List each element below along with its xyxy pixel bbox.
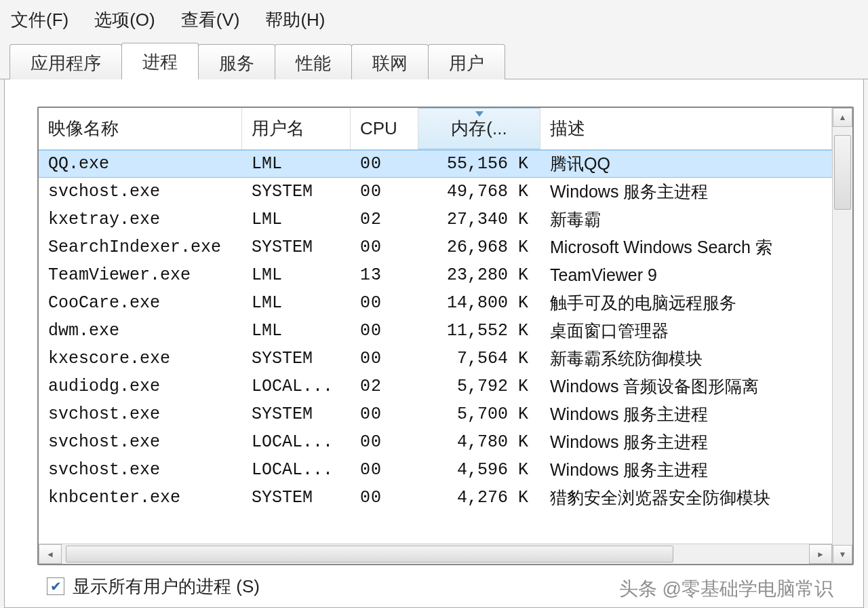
- task-manager-window: 文件(F) 选项(O) 查看(V) 帮助(H) 应用程序 进程 服务 性能 联网…: [0, 0, 868, 608]
- menu-file[interactable]: 文件(F): [1, 5, 78, 35]
- process-cpu: 00: [351, 182, 418, 202]
- process-memory: 55,156 K: [418, 154, 540, 174]
- process-cpu: 00: [351, 238, 418, 257]
- hscroll-thumb[interactable]: [66, 546, 673, 563]
- process-user: SYSTEM: [242, 404, 351, 424]
- tab-applications[interactable]: 应用程序: [9, 44, 122, 79]
- process-memory: 4,276 K: [418, 488, 540, 508]
- process-description: 猎豹安全浏览器安全防御模块: [540, 487, 832, 509]
- hscroll-track[interactable]: [62, 544, 809, 564]
- process-cpu: 00: [351, 321, 418, 341]
- process-name: svchost.exe: [39, 432, 242, 452]
- menu-options[interactable]: 选项(O): [85, 5, 165, 35]
- scroll-up-arrow-icon[interactable]: ▲: [833, 108, 852, 127]
- col-header-user-name[interactable]: 用户名: [242, 108, 351, 149]
- menu-view[interactable]: 查看(V): [172, 5, 250, 35]
- col-header-memory[interactable]: 内存(...: [418, 108, 540, 149]
- process-cpu: 02: [351, 210, 418, 229]
- process-memory: 11,552 K: [418, 321, 540, 341]
- col-header-description[interactable]: 描述: [540, 108, 832, 149]
- process-user: SYSTEM: [242, 182, 351, 202]
- show-all-users-label: 显示所有用户的进程 (S): [73, 575, 260, 598]
- process-cpu: 00: [351, 293, 418, 313]
- table-row[interactable]: knbcenter.exeSYSTEM004,276 K猎豹安全浏览器安全防御模…: [39, 484, 832, 512]
- process-cpu: 02: [351, 377, 418, 396]
- table-row[interactable]: svchost.exeLOCAL...004,780 KWindows 服务主进…: [39, 428, 832, 456]
- table-row[interactable]: svchost.exeSYSTEM0049,768 KWindows 服务主进程: [39, 178, 832, 206]
- process-memory: 14,800 K: [418, 293, 540, 313]
- scroll-right-arrow-icon[interactable]: ►: [809, 544, 832, 564]
- process-memory: 7,564 K: [418, 349, 540, 368]
- col-header-cpu[interactable]: CPU: [351, 108, 418, 149]
- process-description: Windows 音频设备图形隔离: [540, 375, 832, 398]
- bottom-bar: ✔ 显示所有用户的进程 (S) 头条 @零基础学电脑常识: [37, 565, 854, 607]
- process-description: Windows 服务主进程: [540, 431, 832, 453]
- scroll-left-arrow-icon[interactable]: ◄: [39, 544, 62, 564]
- table-row[interactable]: svchost.exeLOCAL...004,596 KWindows 服务主进…: [39, 456, 832, 484]
- process-name: CooCare.exe: [39, 293, 242, 313]
- process-cpu: 00: [351, 404, 418, 424]
- process-name: kxetray.exe: [39, 210, 242, 229]
- show-all-users-checkbox[interactable]: ✔: [47, 577, 64, 595]
- tab-performance[interactable]: 性能: [275, 44, 352, 79]
- process-memory: 4,596 K: [418, 460, 540, 480]
- process-table: 映像名称 用户名 CPU 内存(... 描述 QQ.exeLML0055,156…: [39, 108, 832, 564]
- tab-strip: 应用程序 进程 服务 性能 联网 用户: [0, 41, 868, 79]
- table-row[interactable]: TeamViewer.exeLML1323,280 KTeamViewer 9: [39, 261, 832, 289]
- process-memory: 5,700 K: [418, 404, 540, 424]
- table-row[interactable]: kxescore.exeSYSTEM007,564 K新毒霸系统防御模块: [39, 345, 832, 373]
- tab-users[interactable]: 用户: [428, 44, 505, 79]
- watermark-text: 头条 @零基础学电脑常识: [619, 576, 833, 602]
- process-user: LML: [242, 265, 351, 285]
- process-description: 触手可及的电脑远程服务: [540, 292, 832, 314]
- horizontal-scrollbar[interactable]: ◄ ►: [39, 544, 832, 564]
- menubar: 文件(F) 选项(O) 查看(V) 帮助(H): [0, 0, 868, 41]
- vertical-scrollbar[interactable]: ▲ ▼: [832, 108, 852, 564]
- process-cpu: 00: [351, 432, 418, 452]
- process-cpu: 00: [351, 154, 418, 174]
- table-row[interactable]: kxetray.exeLML0227,340 K新毒霸: [39, 206, 832, 233]
- process-memory: 5,792 K: [418, 377, 540, 396]
- process-user: LML: [242, 293, 351, 313]
- process-description: Microsoft Windows Search 索: [540, 236, 832, 259]
- vscroll-thumb[interactable]: [834, 135, 851, 210]
- table-row[interactable]: svchost.exeSYSTEM005,700 KWindows 服务主进程: [39, 400, 832, 428]
- process-user: SYSTEM: [242, 349, 351, 368]
- process-table-frame: 映像名称 用户名 CPU 内存(... 描述 QQ.exeLML0055,156…: [37, 107, 854, 565]
- process-name: svchost.exe: [39, 182, 242, 202]
- process-description: 腾讯QQ: [540, 153, 832, 175]
- process-user: SYSTEM: [242, 238, 351, 257]
- table-row[interactable]: audiodg.exeLOCAL...025,792 KWindows 音频设备…: [39, 373, 832, 400]
- process-cpu: 13: [351, 265, 418, 285]
- process-name: QQ.exe: [39, 154, 242, 174]
- table-row[interactable]: dwm.exeLML0011,552 K桌面窗口管理器: [39, 317, 832, 345]
- process-name: SearchIndexer.exe: [39, 238, 242, 257]
- process-name: kxescore.exe: [39, 349, 242, 368]
- scroll-down-arrow-icon[interactable]: ▼: [833, 545, 852, 564]
- process-description: 桌面窗口管理器: [540, 320, 832, 342]
- process-user: SYSTEM: [242, 488, 351, 508]
- table-row[interactable]: CooCare.exeLML0014,800 K触手可及的电脑远程服务: [39, 289, 832, 317]
- process-description: Windows 服务主进程: [540, 403, 832, 425]
- vscroll-track[interactable]: [833, 127, 852, 545]
- process-cpu: 00: [351, 460, 418, 480]
- menu-help[interactable]: 帮助(H): [256, 5, 334, 35]
- table-row[interactable]: SearchIndexer.exeSYSTEM0026,968 KMicroso…: [39, 233, 832, 261]
- process-user: LOCAL...: [242, 432, 351, 452]
- process-name: audiodg.exe: [39, 377, 242, 396]
- process-memory: 49,768 K: [418, 182, 540, 202]
- process-user: LOCAL...: [242, 460, 351, 480]
- process-description: Windows 服务主进程: [540, 180, 832, 203]
- content-area: 映像名称 用户名 CPU 内存(... 描述 QQ.exeLML0055,156…: [4, 79, 864, 608]
- process-user: LML: [242, 210, 351, 229]
- tab-processes[interactable]: 进程: [121, 43, 199, 79]
- process-memory: 4,780 K: [418, 432, 540, 452]
- col-header-image-name[interactable]: 映像名称: [39, 108, 242, 149]
- tab-services[interactable]: 服务: [198, 44, 275, 79]
- table-row[interactable]: QQ.exeLML0055,156 K腾讯QQ: [39, 150, 832, 178]
- process-cpu: 00: [351, 349, 418, 368]
- process-name: knbcenter.exe: [39, 488, 242, 508]
- column-headers: 映像名称 用户名 CPU 内存(... 描述: [39, 108, 832, 150]
- process-memory: 23,280 K: [418, 265, 540, 285]
- tab-networking[interactable]: 联网: [351, 44, 429, 79]
